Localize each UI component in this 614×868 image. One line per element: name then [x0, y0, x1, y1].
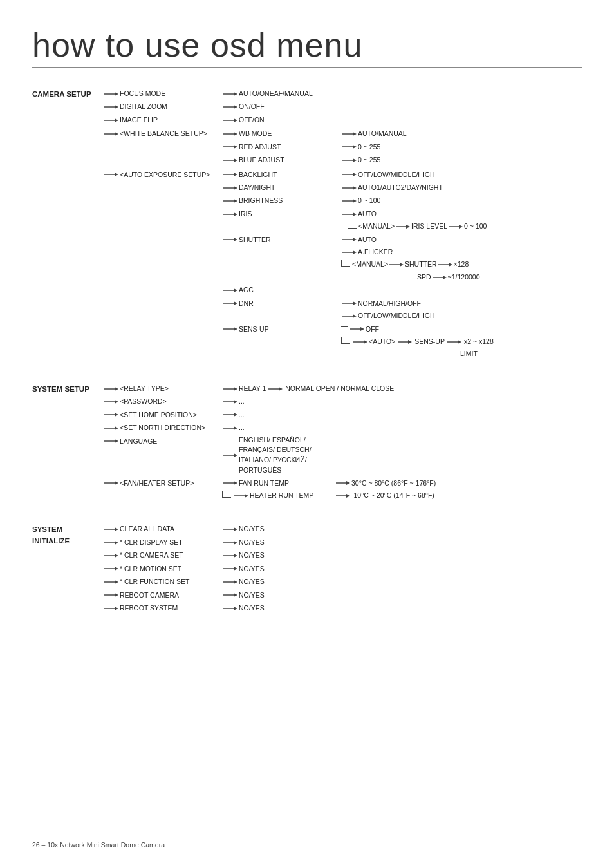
- brightness-col3: 0 ~ 100: [341, 194, 380, 207]
- clr-all-col1: CLEAR ALL DATA: [103, 523, 222, 535]
- fan-col1: <FAN/HEATER SETUP>: [103, 477, 222, 489]
- agc-row: AGC: [222, 284, 494, 296]
- svg-marker-37: [234, 199, 237, 203]
- arrow17: [223, 185, 237, 191]
- clr-camera-row: * CLR CAMERA SET NO/YES: [103, 549, 582, 561]
- arrow15: [223, 172, 237, 177]
- reboot-sys-col2: NO/YES: [222, 602, 265, 614]
- heater-branch: [222, 491, 231, 498]
- arrow-r16: [336, 493, 350, 498]
- wb-setup-label: <WHITE BALANCE SETUP>: [120, 127, 207, 140]
- arrow-i4: [223, 540, 237, 545]
- daynight-label: DAY/NIGHT: [239, 182, 275, 194]
- svg-marker-67: [353, 314, 357, 318]
- shutter-row: SHUTTER AUTO A.FLICKER: [222, 234, 494, 284]
- clear-all-data-label: CLEAR ALL DATA: [120, 523, 174, 535]
- system-setup-tree: <RELAY TYPE> RELAY 1 NORMAL OPEN / NORMA…: [103, 382, 582, 503]
- arrow-r4: [104, 399, 118, 404]
- backlight-col2: BACKLIGHT: [222, 169, 341, 181]
- svg-marker-21: [353, 145, 357, 149]
- red-adjust-col2: RED ADJUST: [222, 141, 341, 153]
- arrow-i14: [223, 606, 237, 611]
- arrow-r3: [268, 386, 283, 392]
- svg-marker-91: [234, 413, 237, 417]
- arrow-r12: [104, 480, 118, 486]
- focus-mode-label: FOCUS MODE: [120, 88, 165, 100]
- arrow2: [223, 91, 237, 97]
- shutter-manual-label: <MANUAL>: [352, 258, 388, 270]
- wb-setup-col1: <WHITE BALANCE SETUP>: [103, 127, 222, 140]
- svg-marker-95: [234, 426, 237, 430]
- language-label: LANGUAGE: [120, 435, 157, 448]
- clr-display-value: NO/YES: [239, 536, 265, 549]
- svg-marker-57: [449, 263, 452, 267]
- north-col1: <SET NORTH DIRECTION>: [103, 422, 222, 434]
- svg-marker-127: [115, 580, 118, 584]
- svg-marker-51: [353, 238, 357, 241]
- pw-col1: <PASSWORD>: [103, 395, 222, 408]
- arrow16: [342, 172, 357, 177]
- arrow25: [223, 237, 237, 242]
- arrow35: [223, 326, 237, 332]
- dnr-label: DNR: [239, 297, 254, 310]
- arrow-i1: [104, 527, 118, 532]
- blue-adjust-value: 0 ~ 255: [358, 154, 380, 166]
- svg-marker-97: [115, 439, 118, 443]
- clr-func-col1: * CLR FUNCTION SET: [103, 576, 222, 588]
- svg-marker-131: [115, 593, 118, 597]
- arrow-i12: [223, 592, 237, 598]
- svg-marker-53: [353, 250, 357, 254]
- arrow-r8: [104, 426, 118, 431]
- wb-mode-label: WB MODE: [239, 127, 272, 140]
- clr-display-row: * CLR DISPLAY SET NO/YES: [103, 536, 582, 549]
- red-adjust-col3: 0 ~ 255: [341, 141, 483, 153]
- north-col2: ...: [222, 422, 245, 434]
- svg-marker-103: [234, 481, 237, 485]
- svg-marker-31: [353, 173, 357, 176]
- sensup-top-line: [341, 326, 348, 332]
- brightness-value: 0 ~ 100: [358, 194, 380, 207]
- north-dir-row: <SET NORTH DIRECTION> ...: [103, 422, 582, 434]
- dnr-value1: NORMAL/HIGH/OFF: [358, 297, 421, 310]
- svg-marker-135: [115, 607, 118, 610]
- clear-all-data-value: NO/YES: [239, 523, 265, 535]
- image-flip-row: IMAGE FLIP OFF/ON: [103, 114, 582, 126]
- clr-function-label: * CLR FUNCTION SET: [120, 576, 190, 588]
- arrow36: [350, 326, 364, 332]
- reboot-system-value: NO/YES: [239, 602, 265, 614]
- arrow-r5: [223, 399, 237, 404]
- iris-manual-label: <MANUAL>: [358, 220, 395, 232]
- arrow22: [342, 212, 357, 217]
- shutter-label2: SHUTTER: [405, 258, 437, 270]
- wb-mode-value: AUTO/MANUAL: [358, 127, 407, 140]
- fan-run-row: FAN RUN TEMP 30°C ~ 80°C (86°F ~ 176°F): [222, 477, 436, 489]
- iris-group: IRIS AUTO <MANUAL> IRIS LEVEL: [222, 208, 494, 234]
- relay-col2: RELAY 1 NORMAL OPEN / NORMAL CLOSE: [222, 382, 394, 395]
- camera-setup-section: CAMERA SETUP FOCUS MODE AUTO/ONEAF/MANUA…: [32, 88, 582, 362]
- camera-setup-label: CAMERA SETUP: [32, 88, 103, 100]
- iris-row: IRIS AUTO <MANUAL> IRIS LEVEL: [222, 208, 494, 233]
- clr-display-label: * CLR DISPLAY SET: [120, 536, 183, 549]
- ae-setup-col1: <AUTO EXPOSURE SETUP>: [103, 169, 222, 181]
- agc-label: AGC: [239, 284, 254, 296]
- clr-mot-col1: * CLR MOTION SET: [103, 563, 222, 575]
- arrow-r13: [223, 480, 237, 486]
- arrow21: [223, 212, 237, 217]
- arrow32: [223, 301, 237, 306]
- clr-camera-value: NO/YES: [239, 549, 265, 561]
- arrow-i10: [223, 580, 237, 585]
- backlight-row: BACKLIGHT OFF/LOW/MIDDLE/HIGH: [222, 169, 494, 181]
- svg-marker-107: [245, 494, 248, 498]
- svg-marker-69: [234, 327, 237, 331]
- dnr-col2: DNR: [222, 297, 341, 310]
- svg-marker-101: [115, 481, 118, 485]
- home-col2: ...: [222, 409, 245, 421]
- reboot-system-row: REBOOT SYSTEM NO/YES: [103, 602, 582, 614]
- svg-marker-39: [353, 199, 357, 203]
- pw-col2: ...: [222, 395, 245, 408]
- svg-marker-5: [115, 105, 118, 109]
- svg-marker-89: [115, 413, 118, 417]
- system-init-label: SYSTEMINITIALIZE: [32, 523, 103, 547]
- dnr-value2: OFF/LOW/MIDDLE/HIGH: [358, 310, 435, 322]
- svg-marker-13: [115, 132, 118, 136]
